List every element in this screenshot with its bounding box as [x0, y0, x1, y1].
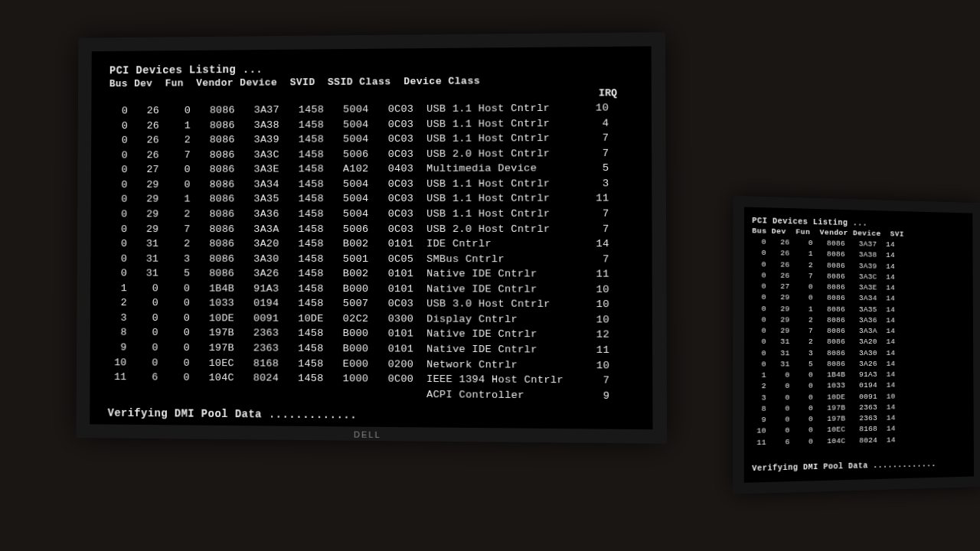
dmi-status-text: Verifying DMI Pool Data ............. — [752, 459, 966, 473]
table-row: 0 29 7 8086 3A3A 1458 5006 0C03 USB 2.0 … — [109, 221, 633, 236]
table-row: 0 31 2 8086 3A20 14 — [752, 337, 965, 348]
bios-screen-primary: PCI Devices Listing ... Bus Dev Fun Vend… — [77, 32, 668, 444]
table-row: 0 31 5 8086 3A26 14 — [752, 358, 966, 370]
table-row: 0 31 2 8086 3A20 1458 B002 0101 IDE Cntr… — [109, 236, 633, 252]
table-row: 0 26 2 8086 3A39 1458 5004 0C03 USB 1.1 … — [109, 131, 632, 148]
table-row: 0 31 5 8086 3A26 1458 B002 0101 Native I… — [109, 266, 634, 282]
table-row: 0 29 7 8086 3A3A 14 — [752, 325, 965, 337]
bios-screen-secondary: PCI Devices Listing ... Bus Dev Fun Vend… — [733, 196, 980, 494]
table-row: 0 29 0 8086 3A34 14 — [752, 292, 965, 305]
device-table: 0 26 0 8086 3A37 1458 5004 0C03 USB 1.1 … — [108, 100, 634, 403]
device-table: 0 26 0 8086 3A37 14 0 26 1 8086 3A38 14 … — [752, 236, 966, 459]
dmi-status-text: Verifying DMI Pool Data ............. — [108, 407, 634, 424]
monitor-brand-logo: DELL — [354, 430, 381, 439]
table-row: 0 26 7 8086 3A3C 1458 5006 0C03 USB 2.0 … — [109, 145, 632, 162]
table-row: 0 29 1 8086 3A35 1458 5004 0C03 USB 1.1 … — [109, 191, 633, 207]
table-row: 0 27 0 8086 3A3E 1458 A102 0403 Multimed… — [109, 161, 632, 178]
table-row: 0 29 2 8086 3A36 14 — [752, 315, 965, 327]
table-row: 0 29 1 8086 3A35 14 — [752, 303, 965, 315]
table-row: 0 31 3 8086 3A30 14 — [752, 347, 965, 359]
table-row: ACPI Controller 9 — [108, 385, 634, 404]
table-row: 2 0 0 1033 0194 1458 5007 0C03 USB 3.0 H… — [108, 295, 633, 312]
table-row: 0 31 3 8086 3A30 1458 5001 0C05 SMBus Cn… — [109, 251, 633, 266]
table-row: 1 0 0 1B4B 91A3 1458 B000 0101 Native ID… — [108, 281, 633, 297]
irq-column-header: IRQ — [109, 87, 633, 103]
table-row: 0 29 0 8086 3A34 1458 5004 0C03 USB 1.1 … — [109, 176, 633, 192]
table-row: 0 29 2 8086 3A36 1458 5004 0C03 USB 1.1 … — [109, 206, 633, 221]
